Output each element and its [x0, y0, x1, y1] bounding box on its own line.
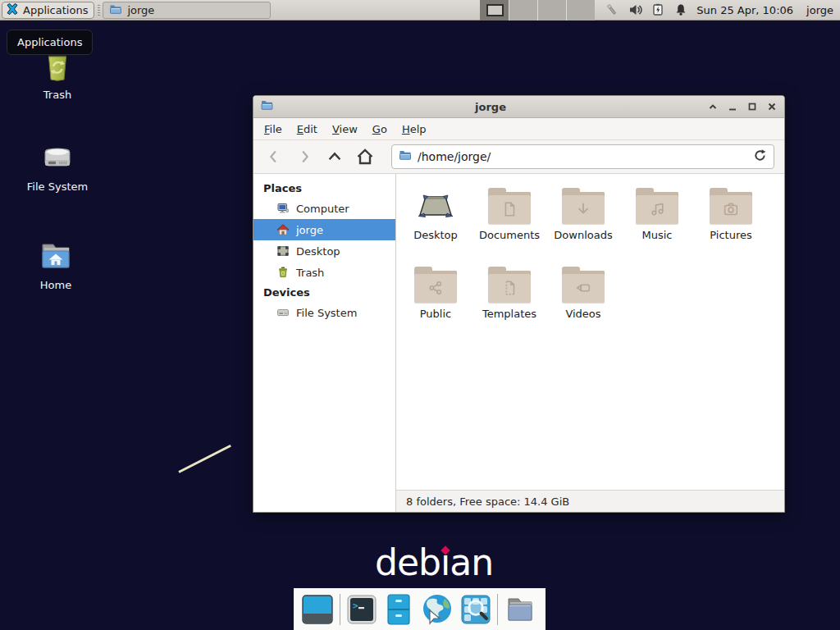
panel-clock[interactable]: Sun 25 Apr, 10:06 [696, 4, 793, 16]
menu-file[interactable]: File [257, 120, 290, 139]
home-icon [276, 223, 290, 236]
file-label: Music [642, 229, 673, 241]
workspace-2[interactable] [509, 0, 537, 21]
reload-icon[interactable] [753, 148, 767, 166]
close-button[interactable] [765, 101, 778, 113]
file-item-music[interactable]: Music [620, 185, 694, 264]
up-button[interactable] [324, 147, 345, 167]
debian-wallpaper-logo: debıan [375, 541, 493, 583]
shade-button[interactable] [706, 101, 719, 113]
folder-public-icon [414, 267, 457, 303]
panel-user-menu[interactable]: jorge [806, 4, 833, 16]
notifications-bell-icon[interactable] [674, 3, 687, 16]
file-label: Desktop [413, 229, 458, 241]
file-label: Documents [479, 229, 540, 241]
toolbar: /home/jorge/ [253, 140, 784, 174]
desktop-icon-label: Trash [12, 89, 103, 101]
folder-videos-icon [562, 267, 605, 303]
harddrive-icon [12, 138, 103, 177]
menu-go[interactable]: Go [365, 120, 395, 139]
desktop-icon-label: Home [11, 279, 101, 291]
sidebar-item-label: Trash [296, 267, 324, 279]
file-item-public[interactable]: Public [399, 264, 472, 343]
window-titlebar[interactable]: jorge [253, 96, 784, 118]
tray-tool-icon[interactable] [605, 2, 619, 17]
folder-documents-icon [488, 188, 531, 224]
desktop-icon [276, 244, 290, 258]
sidebar-item-label: Desktop [296, 245, 340, 258]
file-cabinet-icon[interactable] [383, 593, 414, 626]
xfce-logo-icon [6, 2, 19, 18]
desktop-icon-label: File System [12, 180, 103, 193]
workspace-window-thumb [486, 4, 504, 16]
sidebar-item-file-system[interactable]: File System [253, 302, 395, 323]
harddrive-icon [276, 306, 290, 319]
app-finder-icon[interactable] [460, 594, 491, 625]
dock-separator [497, 594, 498, 625]
workspace-3[interactable] [537, 0, 566, 21]
web-browser-icon[interactable] [420, 592, 454, 627]
file-view[interactable]: Desktop Documents Downloads [396, 174, 784, 490]
places-sidebar: Places Computer jorge Desktop Trash Devi… [253, 174, 396, 512]
folder-downloads-icon [562, 188, 605, 224]
menu-edit[interactable]: Edit [290, 120, 325, 139]
file-manager-window: jorge File Edit View Go Help /home/jorge… [253, 95, 785, 513]
home-folder-icon [11, 236, 101, 276]
sidebar-item-computer[interactable]: Computer [253, 198, 395, 219]
menu-help[interactable]: Help [395, 120, 434, 139]
folder-launcher-icon[interactable] [504, 593, 536, 626]
panel-grip-handle[interactable] [98, 5, 100, 16]
folder-pictures-icon [710, 188, 752, 224]
sidebar-item-desktop[interactable]: Desktop [253, 240, 395, 262]
home-button[interactable] [354, 147, 375, 167]
menu-view[interactable]: View [325, 120, 365, 139]
sidebar-item-trash[interactable]: Trash [253, 262, 395, 283]
window-folder-icon [260, 98, 275, 115]
battery-icon[interactable] [652, 3, 665, 16]
dock-panel: > [294, 588, 546, 630]
applications-tooltip: Applications [7, 30, 93, 55]
forward-button[interactable] [294, 147, 314, 167]
location-bar[interactable]: /home/jorge/ [391, 144, 774, 169]
maximize-button[interactable] [746, 101, 758, 113]
workspace-pager[interactable] [480, 0, 595, 21]
file-label: Downloads [554, 229, 612, 241]
file-item-desktop[interactable]: Desktop [399, 185, 472, 264]
wallpaper-line-artwork [178, 445, 231, 473]
location-path[interactable]: /home/jorge/ [418, 150, 747, 163]
debian-logo-text: deb [375, 541, 441, 583]
taskbar-window-button[interactable]: jorge [103, 2, 271, 19]
workspace-1[interactable] [480, 0, 508, 21]
svg-text:>: > [353, 600, 358, 611]
minimize-button[interactable] [726, 101, 738, 113]
sidebar-item-jorge[interactable]: jorge [253, 219, 395, 240]
folder-music-icon [636, 188, 678, 224]
file-item-videos[interactable]: Videos [546, 264, 620, 343]
file-label: Templates [482, 308, 536, 320]
devices-header: Devices [253, 283, 395, 302]
desktop-icon-file-system[interactable]: File System [12, 138, 103, 193]
folder-icon [109, 2, 122, 18]
taskbar-window-label: jorge [127, 4, 154, 16]
computer-icon [276, 202, 290, 215]
file-item-templates[interactable]: Templates [472, 264, 546, 343]
desktop-icon-home[interactable]: Home [11, 236, 101, 291]
workspace-4[interactable] [566, 0, 595, 21]
dock-separator [340, 594, 340, 625]
folder-icon [399, 148, 412, 165]
file-item-pictures[interactable]: Pictures [694, 185, 768, 264]
places-header: Places [253, 179, 395, 198]
applications-menu-button[interactable]: Applications [2, 2, 94, 19]
trash-icon [276, 266, 290, 279]
sidebar-item-label: jorge [296, 224, 323, 236]
window-title: jorge [275, 101, 706, 113]
statusbar: 8 folders, Free space: 14.4 GiB [396, 490, 784, 512]
folder-templates-icon [488, 267, 531, 303]
terminal-icon[interactable]: > [346, 594, 377, 625]
applications-menu-label: Applications [23, 4, 88, 16]
show-desktop-icon[interactable] [301, 593, 334, 626]
back-button[interactable] [263, 147, 284, 167]
file-item-downloads[interactable]: Downloads [546, 185, 620, 264]
file-item-documents[interactable]: Documents [472, 185, 546, 264]
volume-icon[interactable] [628, 3, 643, 16]
